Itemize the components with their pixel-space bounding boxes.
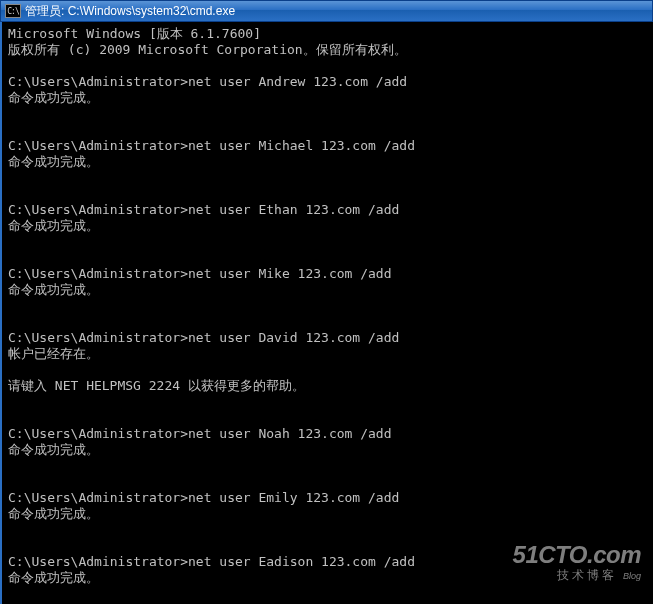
- command-line: C:\Users\Administrator>net user David 12…: [8, 330, 647, 346]
- cmd-icon: C:\: [5, 4, 21, 18]
- window-titlebar[interactable]: C:\ 管理员: C:\Windows\system32\cmd.exe: [0, 0, 653, 22]
- blank-line: [8, 538, 647, 554]
- result-success: 命令成功完成。: [8, 506, 647, 522]
- command-line: C:\Users\Administrator>net user Ethan 12…: [8, 202, 647, 218]
- command-line: C:\Users\Administrator>net user Eadison …: [8, 554, 647, 570]
- window-title: 管理员: C:\Windows\system32\cmd.exe: [25, 3, 235, 20]
- help-msg: 请键入 NET HELPMSG 2224 以获得更多的帮助。: [8, 378, 647, 394]
- result-success: 命令成功完成。: [8, 282, 647, 298]
- blank-line: [8, 58, 647, 74]
- blank-line: [8, 122, 647, 138]
- result-success: 命令成功完成。: [8, 90, 647, 106]
- blank-line: [8, 106, 647, 122]
- terminal-output[interactable]: Microsoft Windows [版本 6.1.7600]版权所有 (c) …: [0, 22, 653, 604]
- command-line: C:\Users\Administrator>net user Mike 123…: [8, 266, 647, 282]
- blank-line: [8, 410, 647, 426]
- blank-line: [8, 234, 647, 250]
- result-success: 命令成功完成。: [8, 154, 647, 170]
- blank-line: [8, 522, 647, 538]
- blank-line: [8, 458, 647, 474]
- blank-line: [8, 362, 647, 378]
- copyright-line: 版权所有 (c) 2009 Microsoft Corporation。保留所有…: [8, 42, 647, 58]
- result-success: 命令成功完成。: [8, 442, 647, 458]
- result-success: 命令成功完成。: [8, 570, 647, 586]
- result-success: 命令成功完成。: [8, 218, 647, 234]
- command-line: C:\Users\Administrator>net user Noah 123…: [8, 426, 647, 442]
- blank-line: [8, 474, 647, 490]
- blank-line: [8, 186, 647, 202]
- blank-line: [8, 250, 647, 266]
- command-line: C:\Users\Administrator>net user Emily 12…: [8, 490, 647, 506]
- blank-line: [8, 314, 647, 330]
- result-error: 帐户已经存在。: [8, 346, 647, 362]
- blank-line: [8, 298, 647, 314]
- version-line: Microsoft Windows [版本 6.1.7600]: [8, 26, 647, 42]
- blank-line: [8, 586, 647, 602]
- blank-line: [8, 170, 647, 186]
- blank-line: [8, 394, 647, 410]
- command-line: C:\Users\Administrator>net user Michael …: [8, 138, 647, 154]
- command-line: C:\Users\Administrator>net user Andrew 1…: [8, 74, 647, 90]
